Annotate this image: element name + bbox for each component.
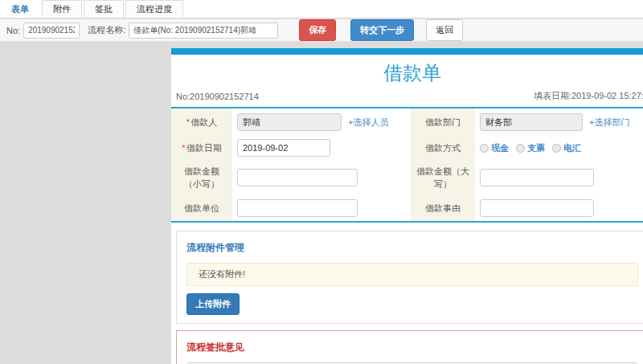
loan-reason-label: 借款事由 <box>411 195 475 221</box>
borrower-field: +选择人员 <box>232 108 411 136</box>
no-attachments-message: 还没有附件! <box>186 263 638 286</box>
required-mark: * <box>182 143 185 153</box>
back-button[interactable]: 返回 <box>426 19 463 41</box>
tab-approval[interactable]: 签批 <box>84 0 124 18</box>
department-input[interactable] <box>480 113 583 131</box>
loan-unit-field <box>232 195 411 221</box>
no-label: No: <box>6 26 20 35</box>
radio-wire[interactable]: 电汇 <box>552 142 581 154</box>
save-button[interactable]: 保存 <box>299 19 336 41</box>
amount-big-input[interactable] <box>480 169 594 186</box>
panel-accent-bar <box>171 48 643 55</box>
loan-unit-input[interactable] <box>237 199 358 217</box>
department-label: 借款部门 <box>411 108 475 136</box>
loan-unit-label: 借款单位 <box>171 195 232 221</box>
radio-circle-icon <box>516 144 525 153</box>
tab-bar: 表单 附件 签批 流程进度 <box>0 0 643 18</box>
tab-approval-label: 签批 <box>95 3 113 15</box>
select-department-link[interactable]: +选择部门 <box>589 117 629 129</box>
loan-reason-field <box>475 195 643 221</box>
tab-progress-label: 流程进度 <box>137 3 172 15</box>
amount-small-field <box>232 160 411 195</box>
loan-reason-input[interactable] <box>480 199 594 217</box>
action-toolbar: No: 流程名称: 保存 转交下一步 返回 <box>0 19 643 42</box>
amount-small-label: 借款金额（小写） <box>171 160 232 195</box>
form-meta-row: No:20190902152714 填表日期:2019-09-02 15:27:… <box>171 88 643 107</box>
tab-progress[interactable]: 流程进度 <box>125 0 183 18</box>
tab-form[interactable]: 表单 <box>0 0 40 18</box>
no-input[interactable] <box>23 22 80 39</box>
loan-date-input[interactable] <box>237 139 330 157</box>
loan-method-radios: 现金 支票 电汇 <box>480 142 581 154</box>
page: { "tabs": [ { "label": "表单", "active": t… <box>0 0 643 364</box>
required-mark: * <box>186 117 190 127</box>
borrower-input[interactable] <box>237 113 342 131</box>
upload-attachment-button[interactable]: 上传附件 <box>186 293 240 315</box>
select-person-link[interactable]: +选择人员 <box>348 117 388 129</box>
loan-date-field <box>232 136 411 160</box>
department-field: +选择部门 <box>475 108 643 136</box>
amount-small-input[interactable] <box>237 169 358 186</box>
process-name-label: 流程名称: <box>88 24 125 36</box>
tab-attachments[interactable]: 附件 <box>42 0 82 18</box>
amount-big-label: 借款金额（大写） <box>411 160 475 195</box>
tab-form-label: 表单 <box>11 3 29 15</box>
radio-cash[interactable]: 现金 <box>480 142 509 154</box>
radio-check[interactable]: 支票 <box>516 142 545 154</box>
form-panel: 借款单 No:20190902152714 填表日期:2019-09-02 15… <box>171 48 643 364</box>
attachments-section: 流程附件管理 还没有附件! 上传附件 <box>176 231 643 324</box>
loan-method-label: 借款方式 <box>411 136 475 160</box>
radio-circle-icon <box>480 144 489 153</box>
radio-circle-icon <box>552 144 561 153</box>
loan-method-field: 现金 支票 电汇 <box>475 136 643 160</box>
process-name-input[interactable] <box>129 22 278 39</box>
approval-heading: 流程签批意见 <box>186 341 638 354</box>
approval-section: 流程签批意见 B I abc 123 <box>176 330 643 364</box>
amount-big-field <box>475 160 643 195</box>
loan-date-label: *借款日期 <box>171 136 232 160</box>
attachments-heading: 流程附件管理 <box>186 241 638 255</box>
page-title: 借款单 <box>171 55 643 88</box>
fill-date-text: 填表日期:2019-09-02 15:27:1 <box>534 90 643 102</box>
borrower-label: *借款人 <box>171 108 232 136</box>
loan-form-table: *借款人 +选择人员 借款部门 +选择部门 *借款日期 借款方式 现金 支票 电… <box>171 107 643 223</box>
tab-attachments-label: 附件 <box>53 3 71 15</box>
doc-number-text: No:20190902152714 <box>176 92 259 101</box>
next-step-button[interactable]: 转交下一步 <box>350 19 414 41</box>
